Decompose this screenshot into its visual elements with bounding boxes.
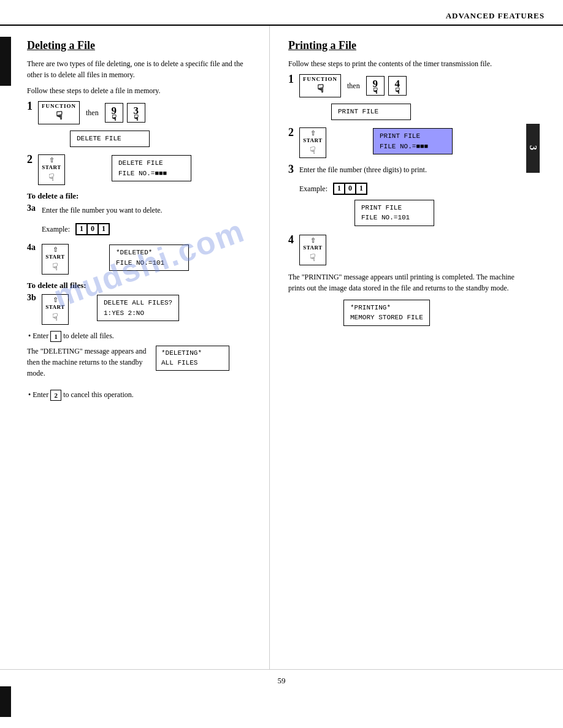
example-box-3a: 1 0 1 [75, 223, 110, 235]
hand-small-3: ☟ [134, 113, 139, 123]
lcd-delete-all-line1: DELETE ALL FILES? [104, 299, 172, 306]
right-step-2-body: ⇧ START ☟ PRINT FILE FILE NO.=■■■ [299, 127, 525, 158]
lcd-deleting-line1: *DELETING* [161, 349, 202, 357]
right-hand-4: ☟ [395, 86, 400, 96]
right-key-4[interactable]: 4 ☟ [388, 76, 407, 96]
lcd-deleted-line2: FILE NO.=101 [116, 259, 164, 267]
start-button-2[interactable]: ⇧ START ☟ [38, 154, 65, 185]
function-button-right[interactable]: FUNCTION ☟ [299, 74, 341, 97]
lcd-print-file-1: PRINT FILE [331, 104, 411, 120]
right-ex-0: 1 [334, 183, 345, 194]
right-step-4-row: 4 ⇧ START ☟ [288, 235, 525, 265]
right-step-3-num: 3 [288, 163, 299, 176]
right-step-4-num: 4 [288, 233, 299, 246]
lcd-print-3-wrap: PRINT FILE FILE NO.=101 [348, 200, 525, 229]
right-step-3-row: 3 Enter the file number (three digits) t… [288, 164, 525, 229]
step-1-row: 1 FUNCTION ☟ then 9 ☟ [27, 101, 255, 124]
lcd-deleted: *DELETED* FILE NO.=101 [109, 245, 189, 271]
start-button-3b[interactable]: ⇧ START ☟ [42, 294, 69, 325]
bullet1-rest: to delete all files. [63, 331, 114, 339]
step-2-body: ⇧ START ☟ DELETE FILE FILE NO.=■■■ [38, 154, 255, 185]
lcd-print-file-1-wrap: PRINT FILE [325, 104, 525, 123]
lcd-deleted-wrap: *DELETED* FILE NO.=101 [103, 245, 189, 273]
start-button-4a[interactable]: ⇧ START ☟ [42, 244, 69, 275]
left-intro: There are two types of file deleting, on… [27, 58, 255, 80]
right-intro: Follow these steps to print the contents… [288, 58, 525, 69]
step-2-num: 2 [27, 153, 38, 166]
lcd-print-file-2-wrap: PRINT FILE FILE NO.=■■■ [367, 128, 453, 157]
lcd-delete-all: DELETE ALL FILES? 1:YES 2:NO [97, 295, 179, 321]
right-hand-9: ☟ [373, 86, 378, 96]
right-step-2-inline: ⇧ START ☟ PRINT FILE FILE NO.=■■■ [299, 127, 525, 158]
to-delete-file-heading: To delete a file: [27, 191, 255, 201]
lcd-print-3: PRINT FILE FILE NO.=101 [354, 200, 434, 226]
bullet2-rest: to cancel this operation. [63, 390, 134, 398]
start-label-r4: START [303, 245, 323, 251]
then-text: then [86, 108, 99, 118]
step-4a-inline: ⇧ START ☟ *DELETED* FILE NO.=101 [42, 244, 255, 275]
deleting-msg-text: The "DELETING" message appears and then … [27, 346, 150, 384]
start-hand-4a: ☟ [52, 261, 58, 273]
lcd-print-2-line1: PRINT FILE [380, 132, 420, 140]
scan-artifact-bottom [0, 686, 11, 717]
lcd-delete-file-2: DELETE FILE FILE NO.=■■■ [112, 155, 191, 181]
lcd-print-3-line2: FILE NO.=101 [361, 214, 410, 221]
step-3a-body: Enter the file number you want to delete… [42, 205, 255, 238]
to-delete-all-heading: To delete all files: [27, 281, 255, 290]
left-section-title: Deleting a File [27, 39, 255, 52]
key-3-left[interactable]: 3 ☟ [127, 103, 145, 123]
lcd-print-2-line2: FILE NO.=■■■ [380, 143, 428, 150]
right-example-box: 1 0 1 [333, 183, 367, 195]
step-2-inline: ⇧ START ☟ DELETE FILE FILE NO.=■■■ [38, 154, 255, 185]
right-step-3-example: Example: 1 0 1 [299, 183, 525, 195]
right-step-2-num: 2 [288, 126, 299, 139]
right-step-2-row: 2 ⇧ START ☟ PRINT FILE FILE NO.=■■■ [288, 127, 525, 158]
function-label: FUNCTION [42, 103, 76, 109]
lcd-printing-wrap: *PRINTING* MEMORY STORED FILE [337, 300, 525, 328]
right-key-9[interactable]: 9 ☟ [366, 76, 385, 96]
function-label-right: FUNCTION [303, 76, 337, 82]
bullet-1: • Enter 1 to delete all files. [28, 331, 255, 342]
start-hand-r2: ☟ [310, 145, 316, 156]
right-step-4-body: ⇧ START ☟ [299, 235, 525, 265]
lcd-2-line2: FILE NO.=■■■ [118, 170, 167, 177]
lcd-delete-file-2-wrap: DELETE FILE FILE NO.=■■■ [105, 155, 191, 184]
step-3b-body: ⇧ START ☟ DELETE ALL FILES? 1:YES 2:NO [42, 294, 255, 325]
ex-3a-0: 1 [76, 224, 87, 235]
section-tab: 3 [526, 124, 540, 173]
page: ADVANCED FEATURES mudshi.com Deleting a … [0, 0, 563, 728]
ex-3a-1: 0 [87, 224, 98, 235]
right-step-1-row: 1 FUNCTION ☟ then 9 ☟ 4 [288, 74, 525, 97]
right-step-3-body: Enter the file number (three digits) to … [299, 164, 525, 229]
lcd-print-3-line1: PRINT FILE [361, 204, 402, 211]
right-example-label: Example: [299, 184, 327, 192]
key-9-left[interactable]: 9 ☟ [105, 103, 123, 123]
right-step-3-text: Enter the file number (three digits) to … [299, 164, 525, 175]
step-1-num: 1 [27, 100, 38, 113]
lcd-deleting-line2: ALL FILES [161, 359, 197, 366]
right-ex-1: 0 [345, 183, 356, 194]
lcd-delete-file-text: DELETE FILE [70, 131, 150, 147]
start-label-3b: START [45, 304, 65, 310]
start-arrow: ⇧ [49, 156, 55, 164]
step-4a-body: ⇧ START ☟ *DELETED* FILE NO.=101 [42, 244, 255, 275]
start-button-right-4[interactable]: ⇧ START ☟ [299, 235, 326, 265]
right-ex-2: 1 [356, 183, 367, 194]
key-1-inline: 1 [50, 331, 61, 342]
right-step-1-body: FUNCTION ☟ then 9 ☟ 4 ☟ [299, 74, 525, 97]
function-button[interactable]: FUNCTION ☟ [38, 101, 80, 124]
step-1-inline: FUNCTION ☟ then 9 ☟ 3 ☟ [38, 101, 255, 124]
step-3b-row: 3b ⇧ START ☟ DELETE ALL FILES? 1:YES 2:N… [27, 294, 255, 325]
right-step-1-inline: FUNCTION ☟ then 9 ☟ 4 ☟ [299, 74, 525, 97]
start-button-right-2[interactable]: ⇧ START ☟ [299, 127, 326, 158]
hand-small-9: ☟ [112, 113, 117, 123]
step-3b-inline: ⇧ START ☟ DELETE ALL FILES? 1:YES 2:NO [42, 294, 255, 325]
start-arrow-r4: ⇧ [310, 237, 316, 245]
step-2-row: 2 ⇧ START ☟ DELETE FILE FILE NO.=■■■ [27, 154, 255, 185]
lcd-printing-line2: MEMORY STORED FILE [350, 314, 423, 321]
page-footer: 59 [0, 669, 563, 696]
start-arrow-3b: ⇧ [53, 296, 58, 304]
lcd-delete-file-1: DELETE FILE [64, 131, 255, 150]
right-step-1-num: 1 [288, 73, 299, 86]
header-title: ADVANCED FEATURES [446, 11, 545, 20]
